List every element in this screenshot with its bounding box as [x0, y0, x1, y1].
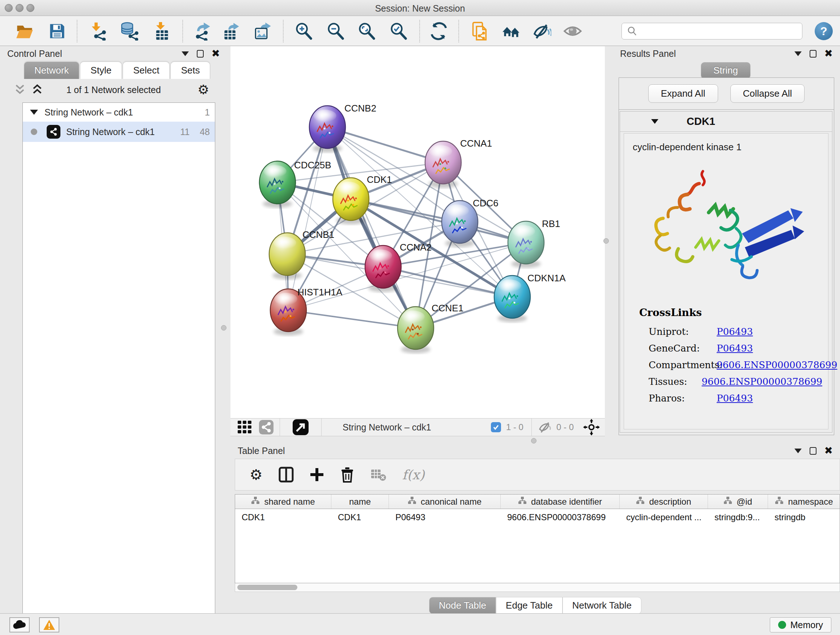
- network-list-item[interactable]: String Network – cdk1 11 48: [23, 122, 215, 142]
- move-crosshair-icon[interactable]: [583, 419, 600, 435]
- show-glass-button[interactable]: [563, 22, 582, 41]
- node-RB1[interactable]: [508, 221, 544, 268]
- table-hscrollbar[interactable]: [235, 583, 840, 592]
- column-header-canonical-name[interactable]: canonical name: [389, 494, 501, 509]
- right-splitter-handle[interactable]: [603, 238, 609, 244]
- export-table-button[interactable]: [222, 22, 241, 41]
- zoom-fit-button[interactable]: [357, 22, 376, 41]
- panel-float-icon[interactable]: [810, 50, 816, 57]
- cloud-tasks-button[interactable]: [9, 617, 30, 632]
- table-gear-icon[interactable]: ⚙: [249, 467, 263, 482]
- column-header-shared-name[interactable]: shared name: [235, 494, 332, 509]
- zoom-in-button[interactable]: [294, 22, 313, 41]
- edge-HIST1H1A-CCNE1[interactable]: [288, 310, 416, 328]
- save-session-button[interactable]: [48, 22, 66, 41]
- gene-section-header[interactable]: CDK1: [620, 111, 832, 132]
- column-label: shared name: [264, 497, 315, 507]
- tab-node-table[interactable]: Node Table: [429, 597, 496, 614]
- gear-icon[interactable]: ⚙: [197, 83, 209, 96]
- left-splitter-handle[interactable]: [221, 325, 226, 331]
- node-CDKN1A[interactable]: [494, 276, 531, 322]
- panel-float-icon[interactable]: [197, 50, 204, 57]
- add-column-icon[interactable]: [309, 467, 324, 482]
- table-cell[interactable]: 9606.ENSP00000378699: [501, 512, 620, 523]
- panel-menu-icon[interactable]: [794, 51, 802, 56]
- column-header--id[interactable]: @id: [708, 494, 768, 509]
- tab-style[interactable]: Style: [80, 62, 122, 79]
- node-label-CDKN1A: CDKN1A: [527, 272, 566, 283]
- crosslink-link[interactable]: 9606.ENSP00000378699: [702, 376, 822, 387]
- panel-close-icon[interactable]: ✖: [212, 49, 220, 59]
- edge-CDK1-RB1[interactable]: [351, 199, 526, 242]
- tab-network[interactable]: Network: [24, 62, 79, 79]
- node-CCNB2[interactable]: [309, 106, 346, 152]
- node-CCNA1[interactable]: [425, 141, 461, 188]
- bottom-splitter-handle[interactable]: [531, 438, 537, 443]
- network-canvas[interactable]: CCNB2CCNA1CDC25BCDK1CDC6RB1CCNB1CCNA2CDK…: [231, 46, 605, 418]
- tab-sets[interactable]: Sets: [171, 62, 210, 79]
- table-hscrollbar-thumb[interactable]: [237, 585, 297, 590]
- panel-menu-icon[interactable]: [794, 448, 802, 453]
- panel-menu-icon[interactable]: [182, 51, 189, 56]
- zoom-selected-button[interactable]: [389, 22, 408, 41]
- expand-all-button[interactable]: Expand All: [648, 84, 718, 103]
- crosslink-label: Compartments:: [649, 359, 717, 371]
- panel-close-icon[interactable]: ✖: [824, 446, 833, 456]
- edge-CCNA2-CDKN1A[interactable]: [383, 267, 512, 297]
- houses-icon: [502, 22, 521, 41]
- network-collection-row[interactable]: String Network – cdk1 1: [23, 103, 215, 122]
- crosslink-link[interactable]: P06493: [717, 326, 753, 337]
- tab-string[interactable]: String: [701, 62, 750, 79]
- node-CCNB1[interactable]: [269, 233, 305, 279]
- column-header-namespace[interactable]: namespace: [768, 494, 840, 509]
- column-header-name[interactable]: name: [332, 494, 389, 509]
- table-cell[interactable]: P06493: [389, 512, 501, 523]
- search-input[interactable]: [641, 26, 802, 36]
- section-expander-icon[interactable]: [651, 119, 658, 124]
- import-table-button[interactable]: [152, 22, 171, 41]
- crosslink-link[interactable]: P06493: [717, 393, 753, 404]
- tab-network-table[interactable]: Network Table: [562, 597, 641, 614]
- node-CCNE1[interactable]: [398, 307, 434, 353]
- table-row[interactable]: CDK1CDK1P064939606.ENSP00000378699cyclin…: [235, 509, 840, 526]
- string-import-button[interactable]: [471, 22, 489, 41]
- table-cell[interactable]: cyclin-dependent ...: [620, 512, 708, 523]
- edge-CCNB2-CCNE1[interactable]: [327, 127, 416, 328]
- selected-nodes-checkbox[interactable]: [491, 422, 501, 432]
- table-cell[interactable]: stringdb: [768, 512, 840, 523]
- column-header-description[interactable]: description: [620, 494, 708, 509]
- import-network-from-database-button[interactable]: [120, 22, 139, 41]
- expander-triangle-icon[interactable]: [30, 110, 38, 115]
- memory-button[interactable]: Memory: [770, 617, 831, 632]
- table-cell[interactable]: stringdb:9...: [708, 512, 768, 523]
- tab-select[interactable]: Select: [123, 62, 170, 79]
- open-session-button[interactable]: [15, 22, 34, 41]
- hide-glass-button[interactable]: [532, 22, 551, 41]
- panel-close-icon[interactable]: ✖: [824, 49, 833, 59]
- warnings-button[interactable]: [39, 617, 59, 632]
- node-table[interactable]: shared namename canonical name database …: [235, 494, 840, 583]
- columns-icon[interactable]: [279, 467, 294, 483]
- column-header-database-identifier[interactable]: database identifier: [501, 494, 620, 509]
- edge-CCNB2-HIST1H1A[interactable]: [288, 127, 327, 310]
- grid-view-icon[interactable]: [237, 419, 253, 435]
- tab-edge-table[interactable]: Edge Table: [496, 597, 562, 614]
- node-CDC25B[interactable]: [259, 161, 295, 208]
- table-cell[interactable]: CDK1: [235, 512, 332, 523]
- zoom-out-button[interactable]: [326, 22, 345, 41]
- crosslink-link[interactable]: 9606.ENSP00000378699: [717, 359, 837, 371]
- table-cell[interactable]: CDK1: [332, 512, 389, 523]
- apply-layout-button[interactable]: [429, 22, 448, 41]
- network-view-share-icon[interactable]: [259, 420, 274, 435]
- export-network-button[interactable]: [193, 22, 212, 41]
- panel-float-icon[interactable]: [810, 447, 816, 455]
- crosslink-link[interactable]: P06493: [717, 343, 753, 354]
- birds-eye-view-icon[interactable]: [292, 419, 309, 435]
- delete-trash-icon[interactable]: [340, 467, 355, 483]
- node-CCNA2[interactable]: [365, 245, 401, 292]
- collapse-all-button[interactable]: Collapse All: [730, 84, 805, 103]
- import-network-button[interactable]: [88, 22, 107, 41]
- help-button[interactable]: ?: [815, 22, 833, 40]
- export-image-button[interactable]: [254, 22, 272, 41]
- home-organisms-button[interactable]: [502, 22, 521, 41]
